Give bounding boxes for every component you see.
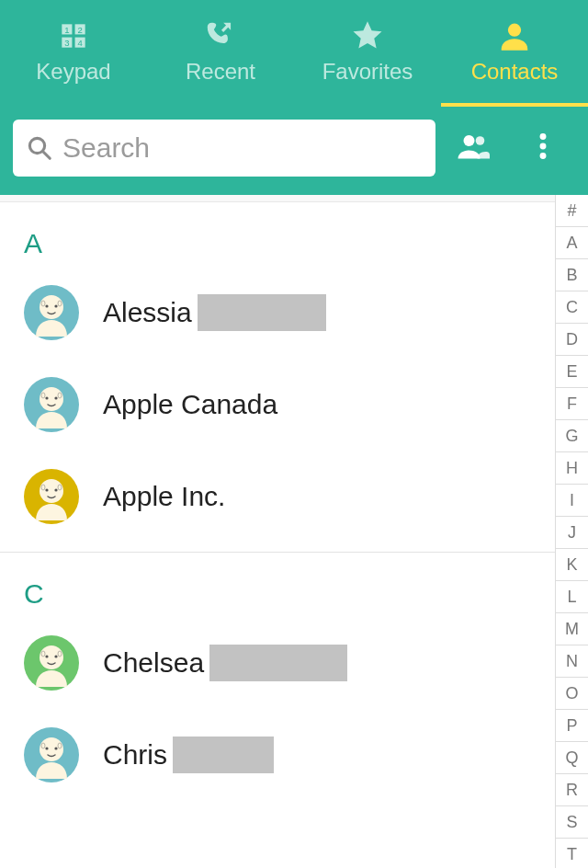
avatar <box>24 285 79 340</box>
tab-keypad[interactable]: 1234Keypad <box>0 0 147 103</box>
svg-point-14 <box>540 143 547 150</box>
svg-text:4: 4 <box>77 38 82 48</box>
index-hash[interactable]: # <box>556 195 588 227</box>
index-Q[interactable]: Q <box>556 742 588 774</box>
svg-point-8 <box>508 24 521 37</box>
top-tabs: 1234KeypadRecentFavoritesContacts <box>0 0 588 103</box>
contact-row[interactable]: Chelsea <box>0 617 555 709</box>
avatar <box>24 377 79 432</box>
index-I[interactable]: I <box>556 485 588 517</box>
index-L[interactable]: L <box>556 581 588 613</box>
groups-icon <box>457 130 490 166</box>
svg-point-37 <box>54 655 57 657</box>
index-M[interactable]: M <box>556 613 588 645</box>
contact-row[interactable]: Chris <box>0 709 555 801</box>
contact-name: Apple Canada <box>103 389 277 420</box>
search-box[interactable] <box>13 120 435 177</box>
tab-label: Contacts <box>471 59 559 85</box>
svg-point-36 <box>45 655 48 657</box>
recent-icon <box>203 18 238 53</box>
list-top-gap <box>0 195 555 202</box>
contact-row[interactable]: Apple Inc. <box>0 451 555 542</box>
phone-app-header: 1234KeypadRecentFavoritesContacts <box>0 0 588 195</box>
index-F[interactable]: F <box>556 388 588 420</box>
tab-label: Favorites <box>322 59 413 85</box>
contacts-list[interactable]: AAlessiaApple CanadaApple Inc.CChelseaCh… <box>0 195 555 868</box>
index-H[interactable]: H <box>556 452 588 485</box>
index-G[interactable]: G <box>556 420 588 452</box>
avatar <box>24 635 79 691</box>
svg-point-29 <box>40 479 63 503</box>
avatar <box>24 727 79 782</box>
svg-point-24 <box>45 396 48 399</box>
index-B[interactable]: B <box>556 259 588 291</box>
svg-text:2: 2 <box>77 25 82 35</box>
svg-text:3: 3 <box>64 38 69 48</box>
index-D[interactable]: D <box>556 324 588 356</box>
index-K[interactable]: K <box>556 549 588 581</box>
svg-point-19 <box>54 304 57 307</box>
svg-point-42 <box>45 747 48 749</box>
content-area: AAlessiaApple CanadaApple Inc.CChelseaCh… <box>0 195 588 868</box>
contact-row[interactable]: Apple Canada <box>0 359 555 451</box>
tab-label: Keypad <box>36 59 110 85</box>
person-icon <box>497 18 532 53</box>
index-T[interactable]: T <box>556 839 588 868</box>
svg-point-35 <box>40 645 63 669</box>
svg-point-43 <box>54 747 57 749</box>
svg-point-25 <box>54 396 57 399</box>
more-options-button[interactable] <box>511 120 575 177</box>
svg-point-12 <box>476 136 485 145</box>
svg-point-31 <box>54 488 57 491</box>
index-E[interactable]: E <box>556 356 588 388</box>
contact-name: Chelsea <box>103 645 347 681</box>
index-R[interactable]: R <box>556 774 588 806</box>
tab-favorites[interactable]: Favorites <box>294 0 441 103</box>
index-J[interactable]: J <box>556 517 588 549</box>
search-input[interactable] <box>62 132 423 164</box>
section-header-C: C <box>0 553 555 617</box>
svg-point-15 <box>540 153 547 159</box>
contact-name: Alessia <box>103 294 326 331</box>
svg-point-11 <box>464 135 475 146</box>
index-C[interactable]: C <box>556 291 588 324</box>
contact-name: Apple Inc. <box>103 481 225 512</box>
svg-point-18 <box>45 304 48 307</box>
star-icon <box>350 18 385 53</box>
index-O[interactable]: O <box>556 678 588 710</box>
svg-point-30 <box>45 488 48 491</box>
toolbar <box>0 107 588 195</box>
search-icon <box>26 134 53 162</box>
index-A[interactable]: A <box>556 227 588 259</box>
redacted-surname <box>209 645 347 681</box>
tab-label: Recent <box>186 59 255 85</box>
avatar <box>24 469 79 524</box>
index-S[interactable]: S <box>556 806 588 839</box>
svg-point-23 <box>40 387 63 411</box>
alphabet-index-rail[interactable]: #ABCDEFGHIJKLMNOPQRSTUV <box>555 195 588 868</box>
groups-button[interactable] <box>441 120 505 177</box>
keypad-icon: 1234 <box>56 18 91 53</box>
redacted-surname <box>198 294 326 331</box>
index-N[interactable]: N <box>556 645 588 678</box>
redacted-surname <box>173 737 274 773</box>
contact-name: Chris <box>103 737 274 773</box>
index-P[interactable]: P <box>556 710 588 742</box>
more-vertical-icon <box>526 130 560 166</box>
svg-point-41 <box>40 737 63 761</box>
svg-point-13 <box>540 133 547 140</box>
section-header-A: A <box>0 202 555 267</box>
svg-point-17 <box>40 295 63 319</box>
contact-row[interactable]: Alessia <box>0 267 555 359</box>
tab-recent[interactable]: Recent <box>147 0 294 103</box>
svg-text:1: 1 <box>64 25 69 35</box>
tab-contacts[interactable]: Contacts <box>441 0 588 103</box>
svg-line-10 <box>43 152 51 159</box>
